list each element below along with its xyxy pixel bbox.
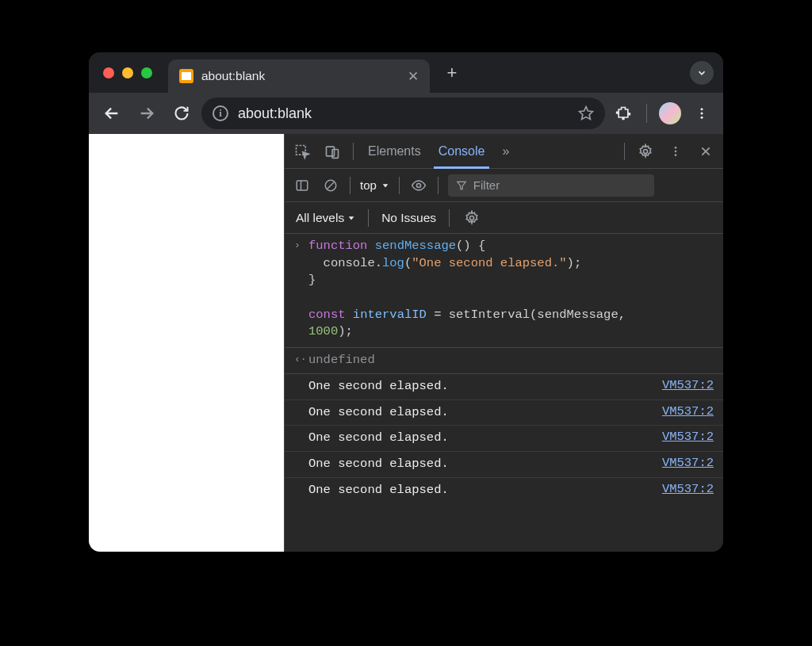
devtools-close-icon[interactable] — [696, 142, 715, 161]
tab-close-icon[interactable]: ✕ — [408, 68, 419, 85]
log-source-link[interactable]: VM537:2 — [649, 378, 714, 392]
svg-point-9 — [644, 149, 648, 153]
avatar-icon — [659, 102, 681, 124]
svg-point-4 — [701, 113, 703, 115]
divider — [353, 143, 354, 160]
toolbar-divider — [646, 104, 647, 123]
tab-elements[interactable]: Elements — [365, 134, 424, 168]
inspect-element-icon[interactable] — [293, 142, 312, 161]
console-result-row: ‹· undefined — [285, 348, 723, 374]
window-minimize-button[interactable] — [122, 67, 133, 78]
console-log-row: One second elapsed. VM537:2 — [285, 400, 723, 426]
window-maximize-button[interactable] — [141, 67, 152, 78]
console-output: › function sendMessage() { console.log("… — [285, 234, 723, 552]
svg-point-12 — [675, 154, 677, 156]
settings-icon[interactable] — [636, 142, 655, 161]
url-text: about:blank — [238, 105, 312, 122]
svg-rect-15 — [297, 181, 308, 190]
svg-point-23 — [470, 216, 474, 220]
issues-label[interactable]: No Issues — [381, 211, 436, 225]
devtools-tabstrip: Elements Console » — [285, 134, 723, 169]
svg-marker-19 — [383, 184, 389, 187]
log-message: One second elapsed. — [308, 404, 649, 422]
device-toggle-icon[interactable] — [323, 142, 342, 161]
context-label: top — [360, 178, 377, 192]
divider — [438, 177, 439, 194]
chrome-menu-button[interactable] — [688, 100, 715, 127]
svg-point-20 — [416, 183, 420, 187]
divider — [368, 209, 369, 227]
output-marker-icon: ‹· — [294, 352, 308, 365]
tab-title: about:blank — [201, 69, 265, 83]
log-source-link[interactable]: VM537:2 — [649, 456, 714, 470]
tab-favicon — [179, 69, 193, 83]
filter-input[interactable]: Filter — [448, 174, 654, 197]
profile-button[interactable] — [657, 100, 684, 127]
toolbar: i about:blank — [89, 93, 723, 134]
tab-more[interactable]: » — [499, 134, 512, 168]
console-log-row: One second elapsed. VM537:2 — [285, 426, 723, 452]
devtools-panel: Elements Console » — [284, 134, 723, 552]
window-close-button[interactable] — [103, 67, 114, 78]
browser-window: about:blank ✕ + i about:blank — [89, 52, 723, 552]
titlebar: about:blank ✕ + — [89, 52, 723, 93]
svg-marker-2 — [580, 107, 593, 120]
svg-marker-22 — [349, 216, 354, 220]
log-message: One second elapsed. — [308, 378, 649, 396]
levels-label: All levels — [296, 211, 344, 225]
svg-rect-7 — [327, 147, 335, 156]
console-toolbar: top Filter — [285, 169, 723, 202]
svg-point-5 — [701, 117, 703, 119]
log-source-link[interactable]: VM537:2 — [649, 404, 714, 419]
divider — [449, 209, 450, 227]
clear-console-icon[interactable] — [321, 176, 340, 195]
context-selector[interactable]: top — [360, 178, 389, 192]
console-settings-icon[interactable] — [462, 208, 481, 227]
result-value: undefined — [308, 353, 375, 367]
extensions-button[interactable] — [610, 100, 637, 127]
devtools-menu-icon[interactable] — [666, 142, 685, 161]
console-log-row: One second elapsed. VM537:2 — [285, 478, 723, 503]
svg-point-3 — [701, 108, 703, 110]
browser-tab[interactable]: about:blank ✕ — [168, 59, 430, 93]
svg-rect-8 — [332, 149, 339, 158]
divider — [350, 177, 350, 194]
log-message: One second elapsed. — [308, 430, 649, 447]
forward-button[interactable] — [132, 98, 162, 128]
bookmark-icon[interactable] — [578, 105, 594, 121]
svg-line-18 — [327, 182, 335, 189]
log-levels-selector[interactable]: All levels — [296, 211, 355, 225]
console-log-row: One second elapsed. VM537:2 — [285, 452, 723, 478]
log-source-link[interactable]: VM537:2 — [649, 482, 714, 496]
site-info-icon[interactable]: i — [213, 105, 228, 121]
log-source-link[interactable]: VM537:2 — [649, 430, 714, 444]
console-filter-bar: All levels No Issues — [285, 202, 723, 234]
page-viewport[interactable] — [89, 134, 284, 552]
log-message: One second elapsed. — [308, 482, 649, 499]
svg-point-10 — [675, 147, 677, 149]
console-log-row: One second elapsed. VM537:2 — [285, 374, 723, 400]
divider — [399, 177, 400, 194]
toggle-sidebar-icon[interactable] — [293, 176, 312, 195]
content-area: Elements Console » — [89, 134, 723, 552]
input-marker-icon: › — [294, 238, 308, 251]
chevron-down-icon — [347, 214, 355, 222]
back-button[interactable] — [97, 98, 127, 128]
filter-placeholder: Filter — [473, 178, 500, 192]
live-expression-icon[interactable] — [409, 176, 428, 195]
console-input-code: function sendMessage() { console.log("On… — [308, 238, 714, 341]
log-message: One second elapsed. — [308, 456, 649, 473]
svg-point-11 — [675, 150, 677, 152]
filter-icon — [456, 180, 467, 191]
divider — [624, 143, 625, 160]
tab-console[interactable]: Console — [435, 134, 488, 168]
address-bar[interactable]: i about:blank — [201, 97, 605, 129]
reload-button[interactable] — [167, 98, 197, 128]
new-tab-button[interactable]: + — [439, 60, 465, 86]
tab-search-button[interactable] — [690, 61, 714, 85]
console-input-row[interactable]: › function sendMessage() { console.log("… — [285, 234, 723, 348]
chevron-down-icon — [381, 182, 389, 189]
svg-marker-21 — [458, 182, 466, 189]
window-controls — [103, 67, 152, 78]
